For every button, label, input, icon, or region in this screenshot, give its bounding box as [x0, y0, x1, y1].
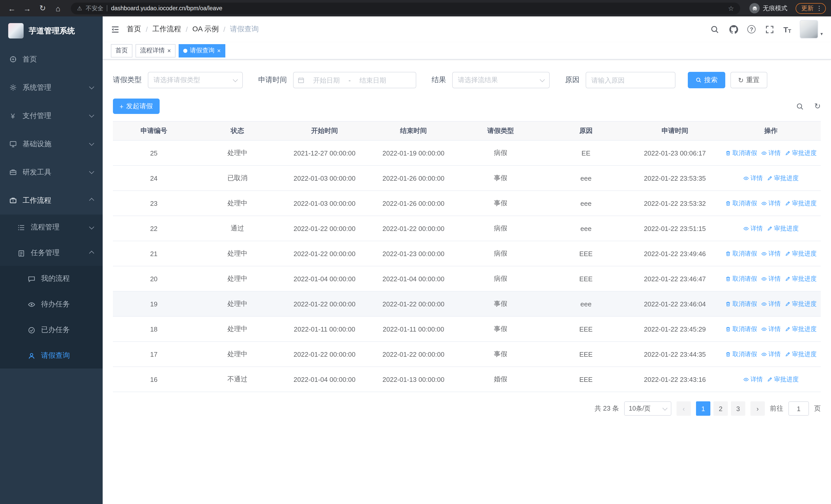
address-bar[interactable]: ⚠ 不安全 dashboard.yudao.iocoder.cn/bpm/oa/… — [71, 2, 740, 14]
progress-link[interactable]: 审批进度 — [785, 199, 816, 208]
avatar[interactable] — [800, 20, 819, 38]
page-button-2[interactable]: 2 — [713, 402, 728, 416]
cancel-link[interactable]: 取消请假 — [725, 274, 757, 283]
create-leave-button[interactable]: + 发起请假 — [113, 98, 160, 114]
progress-icon — [785, 326, 791, 332]
goto-page-input[interactable] — [789, 402, 809, 416]
detail-link[interactable]: 详情 — [743, 224, 763, 233]
sidebar-item-tools[interactable]: 研发工具 — [0, 158, 103, 186]
sidebar-item-infra[interactable]: 基础设施 — [0, 130, 103, 158]
cancel-link[interactable]: 取消请假 — [725, 350, 757, 358]
reset-button[interactable]: ↻ 重置 — [730, 72, 767, 88]
user-menu[interactable]: ▾ — [800, 20, 823, 38]
browser-menu-icon[interactable]: ⋮ — [816, 5, 822, 12]
sidebar-item-label: 请假查询 — [41, 351, 94, 360]
end-date-input[interactable] — [353, 76, 393, 84]
tab-item[interactable]: 首页 — [111, 44, 133, 57]
chevron-up-icon — [89, 198, 94, 203]
security-warning-label[interactable]: 不安全 — [86, 4, 104, 12]
fullscreen-icon[interactable] — [764, 24, 775, 34]
sidebar-item-process[interactable]: 流程管理 — [0, 214, 103, 240]
detail-label: 详情 — [750, 224, 763, 233]
close-icon[interactable]: × — [217, 48, 221, 54]
page-size-select[interactable]: 10条/页 — [624, 402, 671, 416]
app-logo-bar[interactable]: 芋道管理系统 — [0, 17, 103, 45]
close-icon[interactable]: × — [167, 48, 171, 54]
detail-link[interactable]: 详情 — [761, 325, 781, 333]
detail-link[interactable]: 详情 — [761, 249, 781, 258]
progress-link[interactable]: 审批进度 — [785, 149, 816, 157]
github-icon[interactable] — [728, 24, 739, 34]
cell-leave_type: 事假 — [458, 191, 543, 216]
forward-icon[interactable]: → — [21, 2, 34, 15]
cell-end_time: 2022-01-26 00:00:00 — [369, 191, 458, 216]
sidebar-item-yen[interactable]: ¥支付管理 — [0, 101, 103, 130]
page-button-3[interactable]: 3 — [731, 402, 745, 416]
help-icon[interactable]: ? — [747, 25, 755, 33]
cancel-link[interactable]: 取消请假 — [725, 325, 757, 333]
breadcrumb-item[interactable]: 首页 — [127, 25, 141, 34]
tab-item[interactable]: 流程详情× — [136, 44, 175, 57]
progress-link[interactable]: 审批进度 — [767, 174, 799, 182]
search-icon[interactable] — [709, 24, 720, 34]
cancel-link[interactable]: 取消请假 — [725, 149, 757, 157]
detail-link[interactable]: 详情 — [761, 350, 781, 358]
prev-page-button[interactable]: ‹ — [677, 402, 691, 416]
update-button[interactable]: 更新 ⋮ — [796, 3, 826, 13]
detail-link[interactable]: 详情 — [743, 174, 763, 182]
breadcrumb-item[interactable]: 工作流程 — [152, 25, 181, 34]
detail-link[interactable]: 详情 — [761, 199, 781, 208]
cancel-link[interactable]: 取消请假 — [725, 299, 757, 308]
tab-active[interactable]: 请假查询× — [179, 44, 225, 57]
progress-link[interactable]: 审批进度 — [767, 375, 799, 384]
sidebar-item-eye[interactable]: 待办任务 — [0, 292, 103, 317]
reason-input[interactable] — [586, 72, 676, 88]
breadcrumb-separator: / — [223, 25, 225, 33]
cell-reason: eee — [543, 291, 629, 317]
progress-link[interactable]: 审批进度 — [785, 249, 816, 258]
sidebar-item-home[interactable]: 首页 — [0, 45, 103, 73]
breadcrumb-item[interactable]: OA 示例 — [193, 25, 219, 34]
sidebar-fold-icon[interactable] — [111, 25, 120, 34]
bookmark-star-icon[interactable]: ☆ — [728, 4, 734, 12]
sidebar-item-user[interactable]: 请假查询 — [0, 343, 103, 368]
sidebar-item-chat[interactable]: 我的流程 — [0, 266, 103, 292]
reload-icon[interactable]: ↻ — [36, 2, 49, 15]
progress-link[interactable]: 审批进度 — [767, 224, 799, 233]
leave-type-select[interactable]: 请选择请假类型 — [148, 72, 243, 88]
url-text[interactable]: dashboard.yudao.iocoder.cn/bpm/oa/leave — [111, 5, 223, 11]
toggle-search-icon[interactable] — [795, 101, 805, 111]
cancel-link[interactable]: 取消请假 — [725, 199, 757, 208]
sidebar-item-workflow[interactable]: 工作流程 — [0, 186, 103, 214]
cell-end_time: 2022-01-19 00:00:00 — [369, 140, 458, 166]
page-button-1[interactable]: 1 — [696, 402, 710, 416]
progress-link[interactable]: 审批进度 — [785, 350, 816, 358]
reason-label: 原因 — [565, 76, 579, 85]
detail-link[interactable]: 详情 — [761, 299, 781, 308]
cell-leave_type: 事假 — [458, 291, 543, 317]
cell-leave_type: 病假 — [458, 216, 543, 241]
progress-link[interactable]: 审批进度 — [785, 325, 816, 333]
progress-icon — [785, 301, 791, 307]
sidebar-item-gear[interactable]: 系统管理 — [0, 73, 103, 101]
search-button[interactable]: 搜索 — [688, 72, 725, 88]
detail-link[interactable]: 详情 — [761, 149, 781, 157]
refresh-table-icon[interactable]: ↻ — [814, 101, 821, 111]
cancel-link[interactable]: 取消请假 — [725, 249, 757, 258]
detail-link[interactable]: 详情 — [761, 274, 781, 283]
progress-link[interactable]: 审批进度 — [785, 299, 816, 308]
cancel-label: 取消请假 — [733, 149, 757, 157]
apply-time-range-picker[interactable]: - — [293, 72, 416, 88]
column-header: 结束时间 — [369, 121, 458, 140]
table-row: 20处理中2022-01-04 00:00:002022-01-04 00:00… — [113, 266, 821, 291]
home-icon[interactable]: ⌂ — [51, 2, 65, 15]
result-select[interactable]: 请选择流结果 — [452, 72, 550, 88]
sidebar-item-task[interactable]: 任务管理 — [0, 240, 103, 266]
font-size-icon[interactable]: TT — [783, 25, 791, 34]
detail-link[interactable]: 详情 — [743, 375, 763, 384]
next-page-button[interactable]: › — [750, 402, 765, 416]
sidebar-item-done[interactable]: 已办任务 — [0, 317, 103, 343]
progress-link[interactable]: 审批进度 — [785, 274, 816, 283]
start-date-input[interactable] — [307, 76, 346, 84]
back-icon[interactable]: ← — [5, 2, 19, 15]
